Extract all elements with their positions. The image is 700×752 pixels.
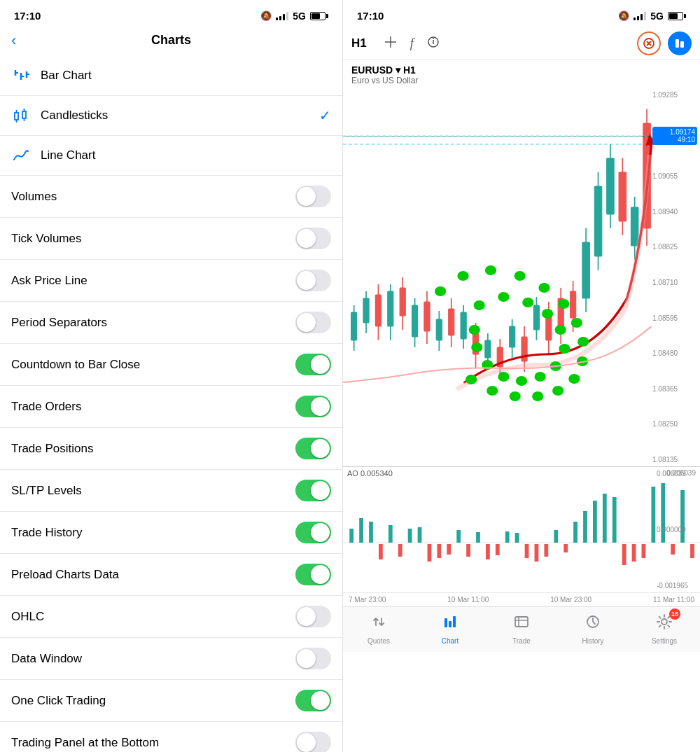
toggle-trade-orders-switch[interactable] bbox=[295, 396, 331, 417]
toggle-period-sep-switch[interactable] bbox=[295, 312, 331, 333]
svg-rect-130 bbox=[388, 525, 393, 543]
chart-type-line[interactable]: Line Chart bbox=[0, 136, 342, 176]
function-icon[interactable]: f bbox=[410, 36, 414, 51]
crosshair-icon[interactable] bbox=[384, 35, 398, 53]
toggle-trading-panel-label: Trading Panel at the Bottom bbox=[11, 736, 159, 750]
toggle-ohlc-switch[interactable] bbox=[295, 606, 331, 627]
right-status-icons: 🔕 5G bbox=[618, 11, 686, 22]
left-status-bar: 17:10 🔕 5G bbox=[0, 0, 342, 27]
svg-point-113 bbox=[498, 292, 509, 302]
toggle-countdown-switch[interactable] bbox=[295, 354, 331, 375]
tab-bar: Quotes Chart Trade bbox=[343, 606, 700, 652]
toggle-data-window-switch[interactable] bbox=[295, 648, 331, 669]
svg-rect-39 bbox=[485, 340, 491, 358]
svg-rect-132 bbox=[418, 527, 422, 543]
tab-quotes[interactable]: Quotes bbox=[343, 611, 414, 646]
price-axis: 1.09285 1.09174 49:10 1.09055 1.08940 1.… bbox=[650, 88, 700, 466]
svg-rect-69 bbox=[449, 309, 454, 335]
price-3: 1.09055 bbox=[652, 172, 697, 180]
toggle-section-2: OHLC Data Window One Click Trading Tradi… bbox=[0, 596, 342, 752]
toggle-preload-switch[interactable] bbox=[295, 564, 331, 585]
toggle-tick-volumes-switch[interactable] bbox=[295, 228, 331, 249]
svg-point-101 bbox=[538, 283, 550, 293]
svg-point-97 bbox=[435, 286, 446, 296]
price-11: 1.08135 bbox=[652, 456, 697, 464]
toggle-data-window-label: Data Window bbox=[11, 652, 82, 666]
back-button[interactable]: ‹ bbox=[11, 32, 16, 50]
time-label-2: 10 Mar 11:00 bbox=[447, 596, 489, 604]
svg-rect-90 bbox=[619, 172, 626, 221]
svg-rect-6 bbox=[15, 113, 18, 120]
left-panel: 17:10 🔕 5G ‹ Charts bbox=[0, 0, 343, 752]
toggle-one-click-switch[interactable] bbox=[295, 690, 331, 711]
svg-point-112 bbox=[474, 300, 485, 310]
svg-rect-133 bbox=[456, 530, 461, 543]
ao-mid-value: 0.000000 bbox=[657, 526, 698, 534]
svg-rect-146 bbox=[379, 544, 383, 559]
svg-rect-166 bbox=[515, 617, 528, 627]
svg-rect-24 bbox=[363, 298, 369, 323]
tab-trade[interactable]: Trade bbox=[486, 611, 557, 646]
toggle-trading-panel-switch[interactable] bbox=[295, 732, 331, 752]
chart-type-candlesticks[interactable]: Candlesticks ✓ bbox=[0, 96, 342, 136]
toggle-period-sep: Period Separators bbox=[0, 302, 342, 344]
svg-point-111 bbox=[465, 375, 477, 384]
page-title: Charts bbox=[151, 33, 191, 48]
svg-rect-160 bbox=[642, 544, 646, 558]
chart-toolbar: H1 f bbox=[343, 27, 700, 60]
toggle-volumes-label: Volumes bbox=[11, 190, 57, 204]
svg-rect-60 bbox=[375, 295, 381, 326]
right-time: 17:10 bbox=[357, 10, 384, 22]
settings-label: Settings bbox=[652, 637, 677, 645]
alert-icon-btn[interactable] bbox=[637, 32, 661, 55]
ao-bot-value: -0.001965 bbox=[657, 582, 698, 590]
trade-icon-btn[interactable] bbox=[668, 32, 692, 55]
toggle-trade-history-switch[interactable] bbox=[295, 522, 331, 543]
tab-chart[interactable]: Chart bbox=[414, 611, 486, 646]
right-status-bar: 17:10 🔕 5G bbox=[343, 0, 700, 27]
svg-rect-154 bbox=[525, 544, 529, 558]
svg-rect-45 bbox=[533, 305, 539, 330]
svg-point-108 bbox=[532, 391, 543, 401]
symbol-text: EURUSD ▾ H1 bbox=[351, 64, 416, 76]
toggle-trade-positions-switch[interactable] bbox=[295, 438, 331, 459]
ao-header: AO 0.005340 0.006039 bbox=[343, 467, 700, 480]
toggle-sltp-switch[interactable] bbox=[295, 480, 331, 501]
toggle-volumes-switch[interactable] bbox=[295, 186, 331, 207]
chart-type-bar[interactable]: Bar Chart bbox=[0, 56, 342, 96]
svg-rect-36 bbox=[461, 312, 466, 339]
svg-point-121 bbox=[498, 372, 509, 382]
right-mute-icon: 🔕 bbox=[618, 11, 629, 21]
timeframe-selector[interactable]: H1 bbox=[351, 36, 367, 50]
toggle-volumes: Volumes bbox=[0, 176, 342, 218]
svg-point-102 bbox=[558, 299, 569, 309]
svg-rect-51 bbox=[594, 186, 601, 256]
svg-rect-19 bbox=[680, 41, 684, 48]
line-chart-icon bbox=[11, 146, 31, 165]
svg-rect-131 bbox=[408, 529, 412, 543]
price-1: 1.09285 bbox=[652, 91, 697, 99]
svg-point-123 bbox=[471, 342, 482, 352]
svg-rect-156 bbox=[544, 544, 548, 557]
ao-label: AO 0.005340 bbox=[347, 469, 393, 478]
line-chart-label: Line Chart bbox=[41, 148, 331, 162]
ao-top-value: 0.006039 bbox=[657, 470, 698, 478]
svg-rect-151 bbox=[466, 544, 470, 557]
svg-point-110 bbox=[486, 386, 498, 396]
right-network-label: 5G bbox=[650, 11, 664, 22]
right-panel: 17:10 🔕 5G H1 f bbox=[343, 0, 700, 752]
svg-rect-142 bbox=[612, 497, 617, 543]
tab-history[interactable]: History bbox=[557, 611, 629, 646]
svg-point-170 bbox=[662, 619, 667, 625]
price-10: 1.08250 bbox=[652, 420, 697, 428]
toolbar-right-icons bbox=[637, 32, 692, 55]
svg-rect-57 bbox=[631, 207, 638, 246]
toggle-ask-price-switch[interactable] bbox=[295, 270, 331, 291]
indicator-icon[interactable] bbox=[426, 35, 440, 53]
svg-rect-27 bbox=[388, 291, 393, 326]
tab-settings[interactable]: 16 Settings bbox=[629, 611, 700, 646]
toggle-data-window: Data Window bbox=[0, 638, 342, 680]
svg-rect-63 bbox=[400, 288, 405, 316]
chart-area[interactable]: 1.09285 1.09174 49:10 1.09055 1.08940 1.… bbox=[343, 88, 700, 466]
svg-rect-141 bbox=[603, 494, 607, 543]
